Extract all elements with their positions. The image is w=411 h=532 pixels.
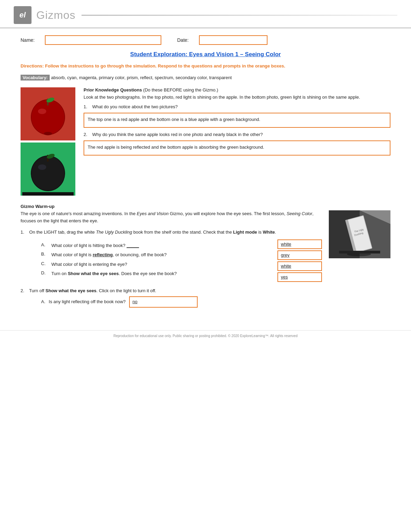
sub-q-d-label: D. [41, 270, 48, 275]
pk-q1: 1. What do you notice about the two pict… [84, 104, 390, 109]
warmup-content: The eye is one of nature's most amazing … [21, 210, 390, 282]
warmup-q1-num: 1. [21, 230, 24, 235]
sub-q-c-text: What color of light is entering the eye? [51, 261, 277, 268]
svg-point-2 [38, 109, 46, 114]
sub-q-d-text: Turn on Show what the eye sees. Does the… [51, 270, 277, 277]
sub-q-c-row: C. What color of light is entering the e… [41, 261, 277, 268]
vocabulary-label: Vocabulary: [21, 75, 50, 81]
sub-q-b-label: B. [41, 251, 48, 257]
sub-q-c-label: C. [41, 261, 48, 266]
apple-red-image [21, 87, 75, 140]
prior-knowledge-section: Prior Knowledge Questions (Do these BEFO… [21, 87, 390, 196]
pk-q2-num: 2. [84, 132, 87, 137]
pk-intro: Look at the two photographs. In the top … [84, 94, 390, 101]
warmup-description: The eye is one of nature's most amazing … [21, 210, 322, 225]
pk-heading-text: Prior Knowledge Questions [84, 87, 142, 92]
name-date-row: Name: Date: [21, 35, 390, 45]
directions-text: Directions: Follow the instructions to g… [21, 63, 390, 70]
vocabulary-line: Vocabulary: absorb, cyan, magenta, prima… [21, 74, 390, 82]
pk-heading: Prior Knowledge Questions (Do these BEFO… [84, 87, 390, 92]
book-svg: The Ugly Duckling [329, 210, 390, 258]
sub-q-b-row: B. What color of light is reflecting, or… [41, 251, 277, 258]
pk-q1-num: 1. [84, 104, 87, 109]
name-label: Name: [21, 37, 35, 43]
svg-point-8 [38, 164, 46, 170]
sub-q-a-row: A. What color of light is hitting the bo… [41, 242, 277, 249]
pk-q2-text: Why do you think the same apple looks re… [92, 132, 263, 137]
sub-q-a-text: What color of light is hitting the book?… [51, 242, 277, 249]
sub-d-answer[interactable]: yes [277, 272, 322, 282]
sub-answers-col: white grey white yes [277, 239, 322, 282]
warmup-section: Gizmo Warm-up The eye is one of nature's… [21, 204, 390, 308]
sub-q-a-label: A. [41, 242, 48, 247]
q2-sub-a-text: Is any light reflecting off the book now… [49, 298, 126, 306]
q2-section: 2. Turn off Show what the eye sees. Clic… [21, 287, 390, 308]
svg-point-5 [44, 132, 52, 135]
book-image: The Ugly Duckling [329, 210, 390, 258]
pk-heading-note: (Do these BEFORE using the Gizmo.) [143, 87, 218, 92]
logo-icon: el [14, 6, 32, 24]
apple-images [21, 87, 75, 196]
pk-q1-answer[interactable]: The top one is a red apple and the botto… [84, 113, 390, 128]
pk-q2: 2. Why do you think the same apple looks… [84, 132, 390, 137]
page-footer: Reproduction for educational use only. P… [0, 330, 411, 341]
warmup-title: Gizmo Warm-up [21, 204, 390, 209]
q2-num: 2. [21, 288, 24, 293]
vocabulary-words-text: absorb, cyan, magenta, primary color, pr… [51, 75, 232, 80]
svg-rect-21 [339, 251, 380, 253]
main-content: Name: Date: Student Exploration: Eyes an… [0, 28, 411, 320]
footer-text: Reproduction for educational use only. P… [113, 334, 298, 338]
date-label: Date: [177, 37, 188, 43]
pk-q1-text: What do you notice about the two picture… [92, 104, 177, 109]
sub-q-d-row: D. Turn on Show what the eye sees. Does … [41, 270, 277, 277]
date-input[interactable] [199, 35, 267, 45]
sub-b-answer[interactable]: grey [277, 250, 322, 260]
q2-sub-a-label: A. [41, 298, 45, 306]
sub-c-answer[interactable]: white [277, 261, 322, 271]
page-title: Student Exploration: Eyes and Vision 1 –… [21, 51, 390, 58]
page-header: el Gizmos [0, 0, 411, 28]
q2-sub-a-row: A. Is any light reflecting off the book … [41, 296, 390, 308]
sub-questions-block: A. What color of light is hitting the bo… [21, 239, 322, 282]
name-input[interactable] [45, 35, 161, 45]
pk-q2-answer[interactable]: The red apple is being reflected and the… [84, 140, 390, 156]
warmup-q1: 1. On the LIGHT tab, drag the white The … [21, 229, 322, 236]
q2-sub-a-answer[interactable]: no [129, 296, 198, 308]
apple-green-image [21, 143, 75, 196]
red-apple-svg [22, 89, 74, 139]
sub-q-b-text: What color of light is reflecting, or bo… [51, 251, 277, 258]
prior-knowledge-right: Prior Knowledge Questions (Do these BEFO… [84, 87, 390, 196]
header-divider [82, 15, 397, 16]
svg-rect-11 [22, 192, 74, 196]
warmup-text-col: The eye is one of nature's most amazing … [21, 210, 322, 282]
sub-questions-list: A. What color of light is hitting the bo… [41, 242, 277, 280]
app-name: Gizmos [36, 9, 75, 22]
sub-a-answer[interactable]: white [277, 239, 322, 249]
green-apple-svg [22, 143, 74, 196]
q2-sub: A. Is any light reflecting off the book … [41, 296, 390, 308]
q2-text: 2. Turn off Show what the eye sees. Clic… [21, 287, 390, 295]
